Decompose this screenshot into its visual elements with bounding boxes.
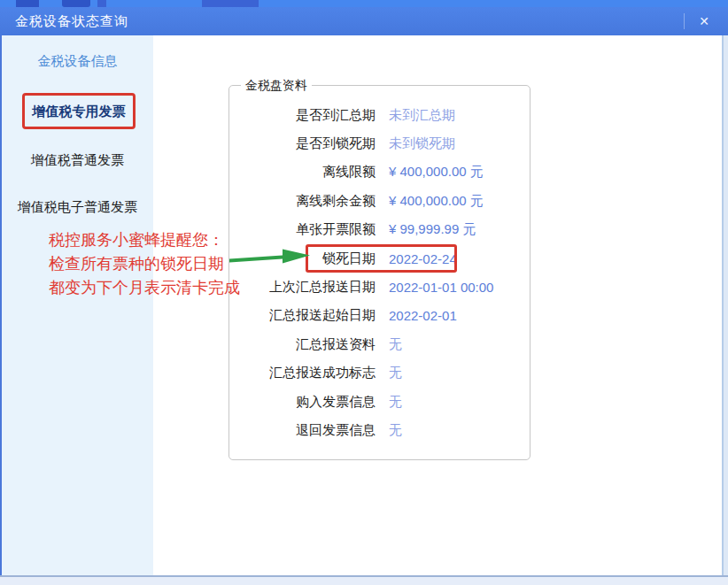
fieldset-legend: 金税盘资料 bbox=[241, 78, 312, 94]
row-value: 无 bbox=[389, 336, 402, 353]
title-bar: 金税设备状态查询 ✕ bbox=[0, 7, 728, 35]
dialog-body: 金税设备信息 增值税专用发票 增值税普通发票 增值税电子普通发票 金税盘资料 是… bbox=[2, 35, 722, 575]
app-window: 金税设备状态查询 ✕ 金税设备信息 增值税专用发票 增值税普通发票 增值税电子普… bbox=[0, 0, 728, 585]
row-label: 是否到汇总期 bbox=[230, 107, 376, 124]
reminder-note: 税控服务小蜜蜂提醒您： 检查所有票种的锁死日期 都变为下个月表示清卡完成 bbox=[49, 228, 235, 300]
lock-date-highlight-box bbox=[306, 244, 457, 273]
background-logo-fragment bbox=[97, 0, 106, 7]
info-row: 上次汇总报送日期2022-01-01 00:00 bbox=[230, 273, 529, 301]
info-row: 购入发票信息无 bbox=[230, 388, 529, 416]
window-title: 金税设备状态查询 bbox=[15, 7, 128, 35]
info-row: 离线限额¥ 400,000.00 元 bbox=[230, 158, 529, 187]
row-value: 2022-01-01 00:00 bbox=[389, 280, 493, 295]
info-row: 单张开票限额¥ 99,999.99 元 bbox=[230, 216, 529, 244]
row-value: ¥ 400,000.00 元 bbox=[389, 193, 484, 210]
row-label: 购入发票信息 bbox=[230, 394, 376, 411]
info-row: 是否到锁死期未到锁死期 bbox=[230, 129, 529, 158]
close-icon[interactable]: ✕ bbox=[691, 7, 717, 35]
info-row: 汇总报送成功标志无 bbox=[230, 359, 529, 388]
row-value: ¥ 400,000.00 元 bbox=[389, 164, 484, 181]
row-value: 无 bbox=[389, 422, 402, 439]
row-label: 汇总报送成功标志 bbox=[230, 365, 376, 381]
row-value: 未到汇总期 bbox=[389, 107, 455, 124]
row-label: 汇总报送起始日期 bbox=[230, 307, 376, 324]
info-row: 是否到汇总期未到汇总期 bbox=[230, 101, 529, 129]
reminder-note-line: 检查所有票种的锁死日期 bbox=[49, 252, 235, 276]
row-value: 无 bbox=[389, 365, 402, 381]
window-border bbox=[0, 577, 728, 585]
sidebar-item-vat-ordinary-invoice[interactable]: 增值税普通发票 bbox=[2, 152, 153, 168]
info-row: 汇总报送资料无 bbox=[230, 330, 529, 358]
info-row: 退回发票信息无 bbox=[230, 416, 529, 444]
row-label: 离线剩余金额 bbox=[230, 193, 376, 210]
row-value: 2022-02-01 bbox=[389, 308, 457, 323]
device-data-fieldset: 金税盘资料 是否到汇总期未到汇总期是否到锁死期未到锁死期离线限额¥ 400,00… bbox=[228, 85, 531, 460]
background-logo-fragment bbox=[62, 0, 90, 7]
info-rows: 是否到汇总期未到汇总期是否到锁死期未到锁死期离线限额¥ 400,000.00 元… bbox=[230, 101, 529, 445]
row-value: 未到锁死期 bbox=[389, 135, 455, 152]
background-logo-fragment bbox=[16, 0, 39, 7]
row-value: ¥ 99,999.99 元 bbox=[389, 221, 476, 238]
row-label: 汇总报送资料 bbox=[230, 336, 376, 353]
row-label: 退回发票信息 bbox=[230, 422, 376, 439]
row-label: 是否到锁死期 bbox=[230, 135, 376, 152]
sidebar-item-vat-e-invoice[interactable]: 增值税电子普通发票 bbox=[2, 199, 153, 215]
sidebar-item-device-info[interactable]: 金税设备信息 bbox=[2, 53, 153, 69]
row-label: 上次汇总报送日期 bbox=[230, 279, 376, 296]
green-arrow-icon bbox=[229, 246, 311, 266]
titlebar-divider bbox=[684, 13, 685, 29]
window-border bbox=[0, 35, 2, 575]
window-border bbox=[724, 35, 728, 575]
info-row: 离线剩余金额¥ 400,000.00 元 bbox=[230, 187, 529, 215]
row-value: 无 bbox=[389, 394, 402, 411]
reminder-note-line: 都变为下个月表示清卡完成 bbox=[49, 276, 235, 300]
sidebar-item-vat-special-invoice[interactable]: 增值税专用发票 bbox=[22, 93, 136, 129]
info-row: 汇总报送起始日期2022-02-01 bbox=[230, 302, 529, 330]
reminder-note-line: 税控服务小蜜蜂提醒您： bbox=[49, 228, 235, 252]
row-label: 单张开票限额 bbox=[230, 221, 376, 238]
row-label: 离线限额 bbox=[230, 164, 376, 181]
background-window-strip bbox=[0, 0, 728, 7]
background-logo-fragment bbox=[202, 0, 259, 7]
